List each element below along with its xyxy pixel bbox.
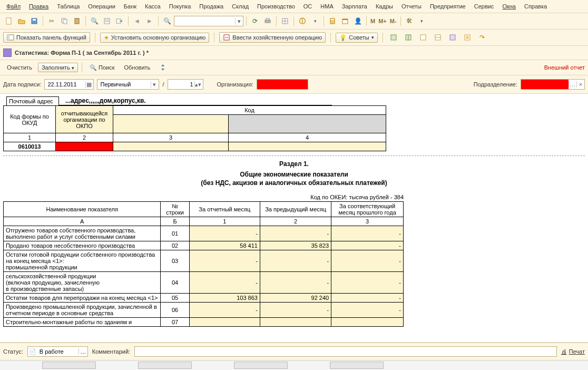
- grid3-icon[interactable]: [417, 32, 429, 43]
- type-field[interactable]: [99, 81, 150, 88]
- calendar-picker-icon[interactable]: ▦: [85, 81, 92, 88]
- cell-v2[interactable]: [260, 318, 331, 327]
- cell-v3[interactable]: -: [331, 241, 404, 250]
- cell-v2[interactable]: -: [260, 250, 331, 272]
- cell-v1[interactable]: -: [189, 226, 260, 241]
- open-folder-icon[interactable]: [16, 15, 27, 27]
- cell-v3[interactable]: -: [331, 226, 404, 241]
- zoom-combo[interactable]: ▾: [174, 16, 243, 26]
- date-field[interactable]: [46, 81, 85, 88]
- code-cell-3[interactable]: [113, 115, 229, 133]
- dropdown-icon[interactable]: ▾: [309, 15, 321, 27]
- menu-salary[interactable]: Зарплата: [339, 2, 370, 11]
- select-icon[interactable]: …: [79, 348, 87, 355]
- select-icon[interactable]: …: [569, 81, 576, 87]
- menu-edit[interactable]: Правка: [26, 2, 52, 11]
- type-combo[interactable]: ▾: [97, 79, 159, 90]
- cell-v3[interactable]: -: [331, 303, 404, 318]
- clear-icon[interactable]: ×: [576, 81, 584, 87]
- cell-v1[interactable]: -: [189, 250, 260, 272]
- help-icon[interactable]: ⓘ: [297, 15, 308, 27]
- mminus-button[interactable]: M-: [389, 18, 398, 24]
- cell-v3[interactable]: -: [331, 250, 404, 272]
- chevron-down-icon[interactable]: ▾: [151, 81, 158, 88]
- print-button[interactable]: 🖨 Печат: [561, 348, 585, 355]
- num-input[interactable]: ▴▾: [168, 79, 203, 90]
- m-button[interactable]: M: [369, 18, 376, 24]
- okpo-value[interactable]: [56, 142, 113, 151]
- settings-dd-icon[interactable]: ▾: [416, 15, 428, 27]
- search-button[interactable]: 🔍 Поиск: [86, 63, 119, 73]
- set-org-button[interactable]: ★ Установить основную организацию: [100, 33, 210, 43]
- mplus-button[interactable]: M+: [377, 18, 388, 24]
- cell-v2[interactable]: -: [260, 272, 331, 294]
- menu-file[interactable]: Файл: [3, 2, 24, 11]
- document-body[interactable]: Почтовый адрес ...адрес,,,,,,дом,корпус,…: [0, 94, 588, 343]
- calendar-icon[interactable]: [339, 15, 351, 27]
- grid5-icon[interactable]: [447, 32, 458, 43]
- cell-v2[interactable]: -: [260, 226, 331, 241]
- enter-op-button[interactable]: Ввести хозяйственную операцию: [219, 32, 326, 43]
- grid1-icon[interactable]: [388, 32, 399, 43]
- menu-table[interactable]: Таблица: [54, 2, 83, 11]
- zoom-icon[interactable]: 🔍: [161, 15, 173, 27]
- grid4-icon[interactable]: [432, 32, 444, 43]
- grid2-icon[interactable]: [403, 32, 414, 43]
- tips-button[interactable]: 💡 Советы ▾: [336, 33, 377, 43]
- comment-field[interactable]: [136, 348, 555, 355]
- cell-v2[interactable]: 92 240: [260, 294, 331, 303]
- menu-company[interactable]: Предприятие: [427, 2, 469, 11]
- menu-bank[interactable]: Банк: [121, 2, 140, 11]
- calc-icon[interactable]: [327, 15, 338, 27]
- find-icon[interactable]: 🔍: [89, 15, 100, 27]
- code-cell-4[interactable]: [229, 115, 386, 133]
- settings-icon[interactable]: 🛠: [404, 15, 415, 27]
- nav-back-icon[interactable]: ◄: [131, 15, 143, 27]
- paste-icon[interactable]: [71, 15, 83, 27]
- stepper-icon[interactable]: ▴▾: [194, 81, 201, 88]
- goto-icon[interactable]: [114, 15, 125, 27]
- menu-nma[interactable]: НМА: [317, 2, 336, 11]
- cell-v1[interactable]: [189, 318, 260, 327]
- arrow-icon[interactable]: ↷: [476, 32, 488, 43]
- find-in-list-icon[interactable]: [101, 15, 113, 27]
- org-field[interactable]: [257, 79, 308, 90]
- cut-icon[interactable]: ✂: [46, 15, 57, 27]
- menu-warehouse[interactable]: Склад: [229, 2, 252, 11]
- value-3[interactable]: [113, 142, 229, 151]
- grid6-icon[interactable]: [462, 32, 473, 43]
- save-icon[interactable]: [28, 15, 40, 27]
- window-tab[interactable]: [330, 362, 384, 369]
- menu-sale[interactable]: Продажа: [196, 2, 227, 11]
- print-icon[interactable]: [262, 15, 273, 27]
- profile-icon[interactable]: 👤: [352, 15, 364, 27]
- subdiv-field[interactable]: … ×: [521, 79, 585, 90]
- window-tab[interactable]: [42, 362, 96, 369]
- cell-v3[interactable]: [331, 318, 404, 327]
- table-mode-icon[interactable]: [279, 15, 291, 27]
- cell-v3[interactable]: -: [331, 272, 404, 294]
- menu-service[interactable]: Сервис: [471, 2, 497, 11]
- cell-v1[interactable]: -: [189, 303, 260, 318]
- window-tab[interactable]: [138, 362, 192, 369]
- updown-button[interactable]: [156, 62, 170, 73]
- cell-v2[interactable]: -: [260, 303, 331, 318]
- window-tab[interactable]: [234, 362, 288, 369]
- value-4[interactable]: [229, 142, 386, 151]
- menu-windows[interactable]: Окна: [499, 2, 519, 11]
- menu-purchase[interactable]: Покупка: [166, 2, 194, 11]
- copy-icon[interactable]: [58, 15, 70, 27]
- refresh-icon[interactable]: ⟳: [249, 15, 261, 27]
- date-input[interactable]: ▦: [44, 79, 94, 90]
- cell-v2[interactable]: 35 823: [260, 241, 331, 250]
- refresh-button[interactable]: Обновить: [121, 63, 154, 72]
- fill-button[interactable]: Заполнить ▾: [38, 63, 78, 72]
- cell-v1[interactable]: 58 411: [189, 241, 260, 250]
- show-panel-button[interactable]: Показать панель функций: [3, 32, 90, 43]
- menu-help[interactable]: Справка: [521, 2, 550, 11]
- num-field[interactable]: [170, 81, 194, 88]
- menu-hr[interactable]: Кадры: [373, 2, 396, 11]
- status-combo[interactable]: 📄 В работе …: [27, 346, 88, 357]
- menu-cashbox[interactable]: Касса: [142, 2, 164, 11]
- menu-os[interactable]: ОС: [300, 2, 316, 11]
